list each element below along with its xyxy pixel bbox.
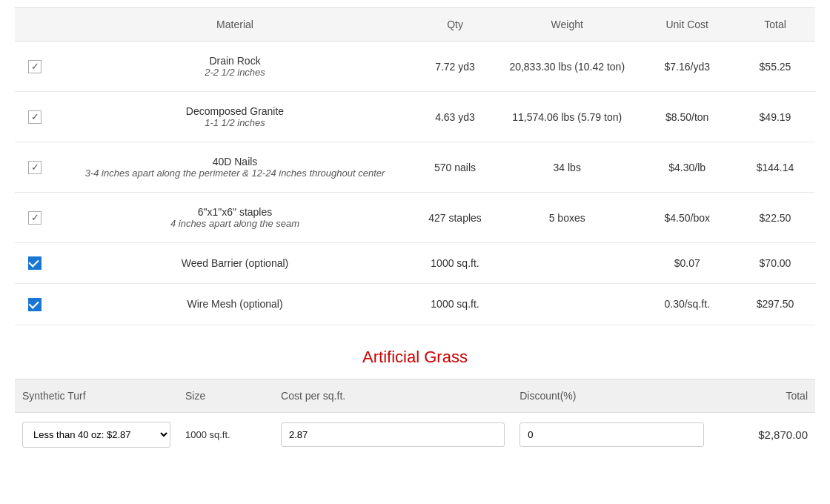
cost-header: Cost per sq.ft.: [273, 379, 512, 412]
cost-cell: [273, 412, 512, 457]
qty-cell: 4.63 yd3: [415, 92, 495, 142]
weight-cell: [495, 284, 639, 325]
checkbox-cell: [15, 142, 55, 193]
unitcost-cell: $4.50/box: [639, 193, 735, 243]
weight-cell: [495, 243, 639, 284]
unitcost-cell: $0.07: [639, 243, 735, 284]
materials-table: Material Qty Weight Unit Cost Total Drai…: [15, 7, 815, 325]
checkbox-cell: [15, 243, 55, 284]
material-main-name: Decomposed Granite: [62, 105, 408, 117]
table-row: Drain Rock2-2 1/2 inches7.72 yd320,833.3…: [15, 42, 815, 92]
artificial-grass-title: Artificial Grass: [15, 348, 815, 367]
table-row: Wire Mesh (optional)1000 sq.ft.0.30/sq.f…: [15, 284, 815, 325]
weight-cell: 20,833.30 lbs (10.42 ton): [495, 42, 639, 92]
material-name-cell: Drain Rock2-2 1/2 inches: [55, 42, 415, 92]
weight-cell: 11,574.06 lbs (5.79 ton): [495, 92, 639, 142]
total-cell: $22.50: [735, 193, 815, 243]
material-checkbox[interactable]: [28, 211, 42, 225]
grass-row: Less than 40 oz: $2.8740-60 oz: $3.5060+…: [15, 412, 815, 457]
total-cell: $55.25: [735, 42, 815, 92]
artificial-grass-table: Synthetic Turf Size Cost per sq.ft. Disc…: [15, 379, 815, 457]
qty-cell: 7.72 yd3: [415, 42, 495, 92]
table-row: 40D Nails3-4 inches apart along the peri…: [15, 142, 815, 193]
checkbox-cell: [15, 284, 55, 325]
unitcost-header: Unit Cost: [639, 8, 735, 42]
material-checkbox[interactable]: [28, 161, 42, 174]
material-name-cell: Wire Mesh (optional): [55, 284, 415, 325]
checkbox-cell: [15, 42, 55, 92]
unitcost-cell: $8.50/ton: [639, 92, 735, 142]
qty-cell: 1000 sq.ft.: [415, 284, 495, 325]
material-checkbox[interactable]: [28, 110, 42, 124]
material-sub-name: 4 inches apart along the seam: [62, 218, 408, 229]
material-sub-name: 2-2 1/2 inches: [62, 67, 408, 78]
total-cell: $297.50: [735, 284, 815, 325]
material-main-name: Drain Rock: [62, 55, 408, 67]
discount-input[interactable]: [519, 422, 704, 447]
material-sub-name: 3-4 inches apart along the perimeter & 1…: [62, 168, 408, 179]
material-sub-name: 1-1 1/2 inches: [62, 117, 408, 128]
unitcost-cell: 0.30/sq.ft.: [639, 284, 735, 325]
material-name-cell: 40D Nails3-4 inches apart along the peri…: [55, 142, 415, 193]
cost-input[interactable]: [281, 422, 505, 447]
size-value: 1000 sq.ft.: [185, 429, 230, 440]
grass-total-header: Total: [711, 379, 815, 412]
page-wrapper: Material Qty Weight Unit Cost Total Drai…: [0, 0, 830, 464]
discount-cell: [512, 412, 711, 457]
material-checkbox[interactable]: [28, 60, 42, 73]
qty-header: Qty: [415, 8, 495, 42]
material-main-name: Weed Barrier (optional): [62, 257, 408, 269]
size-header: Size: [178, 379, 273, 412]
total-cell: $49.19: [735, 92, 815, 142]
qty-cell: 570 nails: [415, 142, 495, 193]
checkbox-cell: [15, 92, 55, 142]
unitcost-cell: $7.16/yd3: [639, 42, 735, 92]
table-row: 6"x1"x6" staples4 inches apart along the…: [15, 193, 815, 243]
material-main-name: 6"x1"x6" staples: [62, 206, 408, 218]
weight-cell: 5 boxes: [495, 193, 639, 243]
discount-header: Discount(%): [512, 379, 711, 412]
turf-select[interactable]: Less than 40 oz: $2.8740-60 oz: $3.5060+…: [22, 422, 170, 448]
materials-checkbox-header: [15, 8, 55, 42]
turf-select-cell: Less than 40 oz: $2.8740-60 oz: $3.5060+…: [15, 412, 178, 457]
total-header: Total: [735, 8, 815, 42]
material-main-name: Wire Mesh (optional): [62, 298, 408, 310]
material-checkbox[interactable]: [28, 298, 42, 311]
synthetic-turf-header: Synthetic Turf: [15, 379, 178, 412]
material-header: Material: [55, 8, 415, 42]
size-cell: 1000 sq.ft.: [178, 412, 273, 457]
weight-header: Weight: [495, 8, 639, 42]
weight-cell: 34 lbs: [495, 142, 639, 193]
table-row: Weed Barrier (optional)1000 sq.ft.$0.07$…: [15, 243, 815, 284]
total-cell: $144.14: [735, 142, 815, 193]
material-name-cell: 6"x1"x6" staples4 inches apart along the…: [55, 193, 415, 243]
qty-cell: 1000 sq.ft.: [415, 243, 495, 284]
material-name-cell: Weed Barrier (optional): [55, 243, 415, 284]
material-checkbox[interactable]: [28, 256, 42, 270]
qty-cell: 427 staples: [415, 193, 495, 243]
checkbox-cell: [15, 193, 55, 243]
table-row: Decomposed Granite1-1 1/2 inches4.63 yd3…: [15, 92, 815, 142]
material-name-cell: Decomposed Granite1-1 1/2 inches: [55, 92, 415, 142]
total-cell: $70.00: [735, 243, 815, 284]
unitcost-cell: $4.30/lb: [639, 142, 735, 193]
material-main-name: 40D Nails: [62, 156, 408, 168]
grass-total-cell: $2,870.00: [711, 412, 815, 457]
grass-total-value: $2,870.00: [758, 428, 808, 441]
